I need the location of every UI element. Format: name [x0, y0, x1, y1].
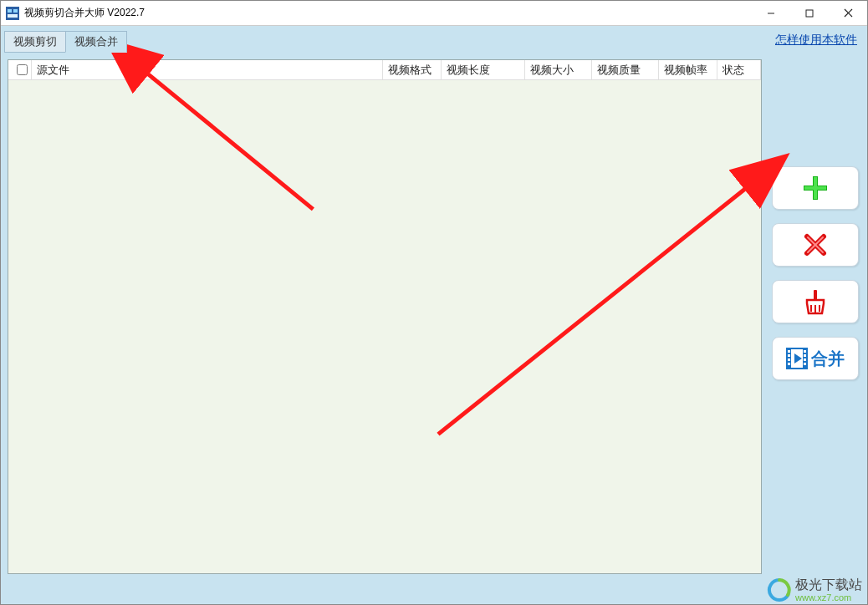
svg-rect-11 [804, 186, 826, 190]
watermark-site-url: www.xz7.com [795, 592, 862, 602]
clear-button[interactable] [772, 280, 859, 323]
plus-icon [801, 174, 830, 202]
svg-rect-29 [804, 358, 806, 361]
film-icon [786, 348, 808, 369]
column-fps[interactable]: 视频帧率 [659, 60, 717, 79]
watermark-site-name: 极光下载站 [795, 577, 862, 592]
tab-merge[interactable]: 视频合并 [65, 31, 127, 53]
app-body: 视频剪切 视频合并 怎样使用本软件 源文件 视频格式 视频长度 视频大小 视频质… [1, 26, 867, 604]
remove-button[interactable] [772, 223, 859, 267]
svg-rect-24 [788, 354, 790, 357]
column-length[interactable]: 视频长度 [442, 60, 525, 79]
add-button[interactable] [772, 166, 859, 210]
svg-rect-2 [13, 9, 18, 13]
column-format[interactable]: 视频格式 [383, 60, 442, 79]
main-panel: 源文件 视频格式 视频长度 视频大小 视频质量 视频帧率 状态 [8, 59, 762, 574]
column-select-all[interactable] [8, 60, 32, 79]
maximize-button[interactable] [790, 1, 829, 25]
column-quality[interactable]: 视频质量 [592, 60, 659, 79]
minimize-button[interactable] [752, 1, 790, 25]
svg-rect-28 [804, 354, 806, 357]
svg-rect-5 [806, 10, 813, 17]
svg-rect-23 [788, 350, 790, 353]
svg-rect-30 [804, 363, 806, 365]
app-icon [6, 7, 19, 20]
column-status[interactable]: 状态 [717, 60, 761, 79]
select-all-checkbox[interactable] [17, 64, 28, 75]
svg-rect-27 [804, 350, 806, 353]
svg-rect-25 [788, 358, 790, 361]
window-title: 视频剪切合并大师 V2022.7 [24, 6, 752, 20]
watermark-logo-icon [767, 577, 792, 602]
column-source[interactable]: 源文件 [32, 60, 383, 79]
svg-rect-3 [8, 14, 18, 18]
column-size[interactable]: 视频大小 [525, 60, 592, 79]
merge-button[interactable]: 合并 [772, 337, 859, 380]
svg-rect-16 [814, 290, 817, 300]
close-button[interactable] [829, 1, 867, 25]
svg-rect-1 [8, 9, 12, 13]
svg-rect-26 [788, 363, 790, 365]
tabs-row: 视频剪切 视频合并 怎样使用本软件 [4, 29, 864, 53]
help-link[interactable]: 怎样使用本软件 [775, 33, 857, 48]
broom-icon [802, 288, 829, 315]
titlebar: 视频剪切合并大师 V2022.7 [1, 1, 867, 26]
table-body[interactable] [8, 80, 761, 573]
merge-button-label: 合并 [811, 348, 845, 370]
x-icon [803, 232, 828, 257]
tab-cut[interactable]: 视频剪切 [4, 31, 66, 53]
svg-marker-31 [794, 353, 802, 364]
window-controls [752, 1, 867, 25]
table-header: 源文件 视频格式 视频长度 视频大小 视频质量 视频帧率 状态 [8, 60, 761, 80]
file-table: 源文件 视频格式 视频长度 视频大小 视频质量 视频帧率 状态 [8, 59, 762, 574]
watermark: 极光下载站 www.xz7.com [767, 577, 862, 602]
svg-rect-0 [6, 7, 19, 20]
side-actions: 合并 [772, 166, 859, 380]
